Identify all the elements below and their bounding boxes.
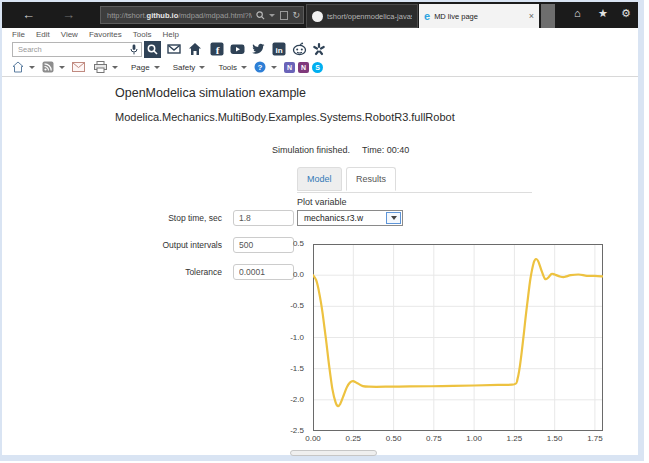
help-dropdown-caret[interactable]	[271, 66, 277, 69]
menu-edit[interactable]: Edit	[36, 30, 50, 39]
onenote-send-icon[interactable]: N	[284, 62, 295, 73]
svg-text:f: f	[216, 44, 220, 56]
read-mail-icon[interactable]	[72, 62, 85, 72]
x-axis-labels: 0.000.250.500.751.001.251.501.75	[313, 434, 603, 444]
title-bar: ← → http://tshort.github.io/mdpad/mdpad.…	[2, 2, 638, 28]
x-tick-label: 1.25	[507, 434, 523, 443]
x-tick-label: 0.50	[386, 434, 402, 443]
svg-text:in: in	[275, 46, 282, 55]
microphone-icon[interactable]	[130, 44, 138, 55]
plot-variable-select[interactable]: mechanics.r3.w	[297, 210, 403, 226]
feed-dropdown-caret[interactable]	[59, 66, 65, 69]
print-icon[interactable]	[94, 61, 107, 73]
plot-variable-value: mechanics.r3.w	[304, 213, 386, 223]
home-icon[interactable]: ⌂	[574, 8, 581, 19]
command-bar: Page Safety Tools ? N N S	[2, 58, 638, 77]
address-dropdown-caret[interactable]	[269, 14, 275, 17]
back-button[interactable]: ←	[22, 7, 35, 22]
safety-menu-caret[interactable]	[199, 66, 205, 69]
page-menu-caret[interactable]	[154, 66, 160, 69]
y-axis-labels: 0.50.0-0.5-1.0-1.5-2.0-2.5	[280, 244, 308, 431]
new-tab-button[interactable]	[541, 4, 555, 28]
simulation-status: Simulation finished.Time: 00:40	[272, 145, 421, 155]
address-url: http://tshort.github.io/mdpad/mdpad.html…	[107, 11, 252, 20]
x-tick-label: 0.25	[345, 434, 361, 443]
feed-icon[interactable]	[42, 61, 54, 73]
stop-time-input[interactable]	[233, 210, 294, 226]
search-icon[interactable]	[256, 11, 265, 20]
tab-model[interactable]: Model	[297, 167, 342, 191]
browser-window: ← → http://tshort.github.io/mdpad/mdpad.…	[0, 0, 649, 463]
results-tab-bar: Model Results	[297, 167, 532, 193]
ie-icon: e	[424, 10, 430, 22]
browser-tab-github[interactable]: tshort/openmodelica-javas...	[306, 4, 418, 28]
search-button[interactable]	[144, 41, 161, 58]
menu-file[interactable]: File	[12, 30, 25, 39]
y-tick-label: -0.5	[290, 301, 304, 310]
plot-variable-label: Plot variable	[297, 197, 347, 207]
stop-time-label: Stop time, sec	[100, 213, 222, 223]
y-tick-label: 0.5	[293, 239, 304, 248]
menu-bar: File Edit View Favorites Tools Help	[2, 28, 638, 41]
tab-close-icon[interactable]: ×	[529, 11, 534, 21]
tolerance-label: Tolerance	[100, 267, 222, 277]
select-dropdown-arrow[interactable]	[386, 212, 401, 224]
magnifier-icon	[147, 44, 158, 55]
home-dropdown-caret[interactable]	[29, 66, 35, 69]
x-tick-label: 1.50	[547, 434, 563, 443]
home-button-icon[interactable]	[12, 61, 24, 73]
help-icon[interactable]: ?	[254, 61, 266, 73]
browser-tab-label: tshort/openmodelica-javas...	[327, 12, 412, 21]
tools-menu[interactable]: Tools	[218, 63, 237, 72]
linkedin-icon[interactable]: in	[272, 42, 286, 56]
browser-tab-active[interactable]: e MD live page ×	[419, 4, 539, 28]
output-intervals-label: Output intervals	[100, 240, 222, 250]
github-icon	[312, 11, 323, 22]
x-tick-label: 0.75	[426, 434, 442, 443]
model-path: Modelica.Mechanics.MultiBody.Examples.Sy…	[115, 111, 455, 123]
x-tick-label: 0.00	[305, 434, 321, 443]
results-plot[interactable]	[313, 244, 603, 431]
tab-results[interactable]: Results	[346, 167, 396, 191]
y-tick-label: -1.0	[290, 333, 304, 342]
menu-view[interactable]: View	[61, 30, 78, 39]
search-input[interactable]	[12, 42, 142, 57]
settings-gear-icon[interactable]: ⚙	[621, 8, 631, 19]
youtube-icon[interactable]	[230, 42, 245, 56]
menu-help[interactable]: Help	[162, 30, 178, 39]
reddit-icon[interactable]	[292, 42, 307, 56]
page-title: OpenModelica simulation example	[115, 86, 306, 100]
onenote-linked-icon[interactable]: N	[298, 62, 309, 73]
tools-menu-caret[interactable]	[241, 66, 247, 69]
y-tick-label: -2.0	[290, 395, 304, 404]
page-menu[interactable]: Page	[131, 63, 150, 72]
forward-button[interactable]: →	[62, 7, 75, 22]
status-finished-text: Simulation finished.	[272, 145, 350, 155]
x-tick-label: 1.75	[587, 434, 603, 443]
svg-text:?: ?	[258, 63, 263, 72]
window-border-right	[638, 0, 644, 461]
browser-tab-label: MD live page	[434, 12, 526, 21]
safety-menu[interactable]: Safety	[173, 63, 196, 72]
y-tick-label: 0.0	[293, 270, 304, 279]
compatibility-view-icon[interactable]	[280, 11, 288, 20]
favorites-toolbar: f in	[2, 41, 638, 58]
y-tick-label: -1.5	[290, 364, 304, 373]
address-bar[interactable]: http://tshort.github.io/mdpad/mdpad.html…	[100, 6, 304, 24]
twitter-icon[interactable]	[251, 42, 265, 56]
print-dropdown-caret[interactable]	[112, 66, 118, 69]
refresh-icon[interactable]: ↻	[292, 11, 300, 20]
facebook-icon[interactable]: f	[210, 42, 224, 56]
asterisk-icon[interactable]	[312, 42, 326, 56]
horizontal-scrollbar-thumb[interactable]	[290, 450, 377, 456]
menu-favorites[interactable]: Favorites	[89, 30, 122, 39]
menu-tools[interactable]: Tools	[133, 30, 152, 39]
skype-icon[interactable]: S	[312, 62, 323, 73]
home-icon[interactable]	[188, 42, 202, 56]
y-tick-label: -2.5	[290, 426, 304, 435]
status-time-text: Time: 00:40	[362, 145, 409, 155]
favorites-star-icon[interactable]: ★	[598, 8, 608, 19]
mail-icon[interactable]	[167, 42, 181, 56]
x-tick-label: 1.00	[466, 434, 482, 443]
